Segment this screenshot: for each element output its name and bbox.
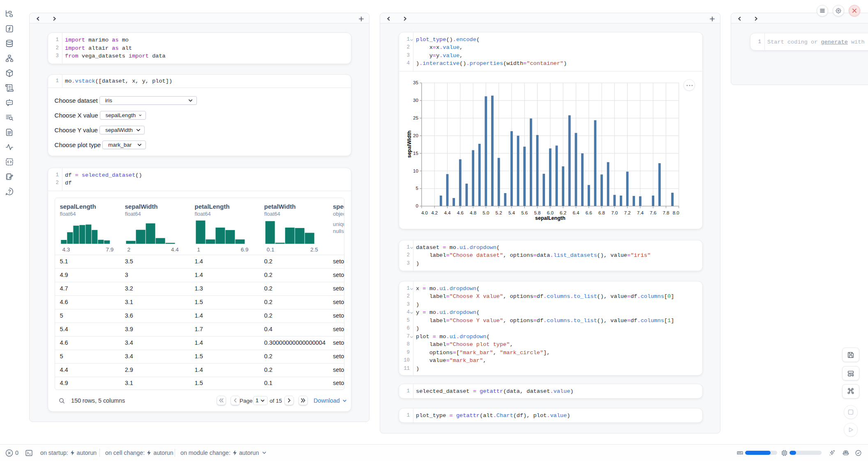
svg-text:4.4: 4.4 (444, 210, 451, 215)
svg-text:5.6: 5.6 (521, 210, 528, 215)
svg-text:4.2: 4.2 (431, 210, 438, 215)
svg-text:7.4: 7.4 (637, 210, 644, 215)
svg-text:sepalWidth: sepalWidth (406, 130, 412, 158)
svg-text:7.6: 7.6 (650, 210, 656, 215)
svg-text:5.8: 5.8 (534, 210, 541, 215)
svg-text:30: 30 (413, 98, 418, 103)
svg-text:7.0: 7.0 (611, 210, 618, 215)
svg-text:6.0: 6.0 (547, 210, 554, 215)
svg-text:0: 0 (416, 203, 418, 208)
svg-text:25: 25 (413, 115, 418, 120)
svg-text:7.2: 7.2 (624, 210, 631, 215)
svg-text:10: 10 (413, 168, 418, 173)
svg-text:35: 35 (413, 80, 418, 85)
svg-text:20: 20 (413, 133, 418, 138)
svg-text:4.8: 4.8 (470, 210, 476, 215)
svg-text:6.6: 6.6 (586, 210, 592, 215)
svg-text:15: 15 (413, 150, 418, 155)
svg-text:8.0: 8.0 (673, 210, 679, 215)
svg-text:sepalLength: sepalLength (535, 215, 566, 221)
svg-text:5.4: 5.4 (508, 210, 515, 215)
svg-text:6.4: 6.4 (573, 210, 579, 215)
svg-text:7.8: 7.8 (663, 210, 669, 215)
svg-text:4.6: 4.6 (457, 210, 464, 215)
svg-text:6.2: 6.2 (560, 210, 566, 215)
svg-text:5: 5 (416, 186, 418, 191)
svg-text:5.2: 5.2 (496, 210, 502, 215)
svg-text:6.8: 6.8 (598, 210, 605, 215)
svg-text:4.0: 4.0 (421, 210, 428, 215)
svg-text:5.0: 5.0 (482, 210, 489, 215)
